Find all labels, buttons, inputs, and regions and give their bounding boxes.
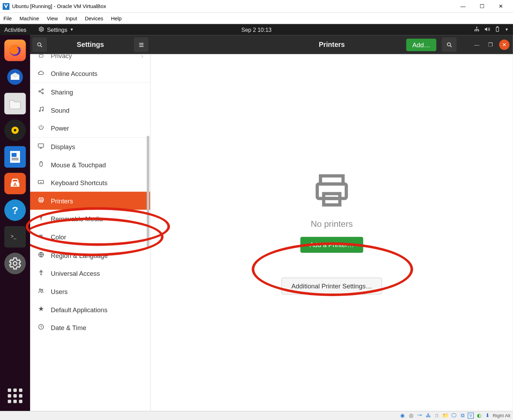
topbar-app-menu[interactable]: Settings ▼ [39,26,74,33]
svg-text:?: ? [12,204,18,216]
hamburger-menu-button[interactable] [134,37,149,52]
vb-menu-help[interactable]: Help [111,15,122,21]
svg-rect-13 [10,151,20,163]
vb-usb-icon[interactable]: ⎍ [433,412,440,419]
vb-display-icon[interactable]: 🖵 [451,412,458,419]
sidebar-item-label: Keyboard Shortcuts [51,179,108,186]
vb-menu-file[interactable]: File [4,15,12,21]
vb-optical-icon[interactable]: ◎ [408,412,415,419]
settings-sidebar[interactable]: Privacy›Online AccountsSharingSoundPower… [30,54,151,411]
add-button[interactable]: Add… [406,38,437,51]
page-title: Printers [319,41,345,49]
topbar-clock[interactable]: Sep 2 10:13 [241,27,272,33]
svg-rect-14 [12,153,16,157]
network-icon[interactable] [474,26,480,33]
vb-menu-devices[interactable]: Devices [85,15,103,21]
vb-audio-icon[interactable]: ⭲ [416,412,423,419]
sidebar-item-color[interactable]: Color [30,228,150,246]
dock-libreoffice-writer-icon[interactable] [4,146,26,168]
vb-minimize-button[interactable]: — [453,0,472,12]
system-menu-chevron-icon[interactable]: ▼ [505,28,509,32]
sidebar-item-online-accounts[interactable]: Online Accounts [30,64,150,83]
sidebar-item-date-time[interactable]: Date & Time [30,318,150,337]
dock-thunderbird-icon[interactable] [4,66,26,88]
vb-close-button[interactable]: ✕ [491,0,510,12]
ubuntu-dock: A ? >_ [0,35,30,411]
vb-virt-icon[interactable]: V [468,413,474,419]
vb-menu-view[interactable]: View [47,15,58,21]
no-printers-label: No printers [311,219,353,229]
vb-network-icon[interactable]: 🖧 [425,412,432,419]
window-minimize-button[interactable]: — [472,40,482,50]
activities-button[interactable]: Activities [4,27,26,33]
sidebar-item-mouse-touchpad[interactable]: Mouse & Touchpad [30,156,150,174]
cloud-icon [37,70,45,77]
sidebar-item-displays[interactable]: Displays [30,137,150,156]
sidebar-item-users[interactable]: Users [30,282,150,301]
sidebar-item-privacy[interactable]: Privacy› [30,54,150,64]
vb-guest-additions-icon[interactable]: ◐ [476,412,483,419]
sidebar-item-keyboard-shortcuts[interactable]: Keyboard Shortcuts [30,174,150,192]
vb-menu-machine[interactable]: Machine [20,15,39,21]
dock-help-icon[interactable]: ? [4,200,26,221]
dock-rhythmbox-icon[interactable] [4,119,26,141]
dock-terminal-icon[interactable]: >_ [4,226,26,247]
users-icon [37,288,45,295]
access-icon [37,270,45,277]
svg-point-12 [14,129,16,132]
dock-settings-icon[interactable] [4,253,26,274]
music-icon [37,106,45,114]
vb-hdd-icon[interactable]: ◉ [399,412,406,419]
volume-icon[interactable] [484,26,490,33]
svg-point-1 [41,28,42,30]
sidebar-item-printers[interactable]: Printers [30,192,150,210]
sidebar-item-power[interactable]: Power [30,119,150,137]
color-icon [37,233,45,241]
power-icon [37,124,45,132]
lock-icon [37,54,45,59]
svg-rect-25 [39,55,43,57]
dock-firefox-icon[interactable] [4,40,26,61]
sidebar-item-removable-media[interactable]: Removable Media [30,210,150,228]
vb-titlebar: Ubuntu [Running] - Oracle VM VirtualBox … [0,0,513,13]
vb-hostkey-icon[interactable]: ⬇ [484,412,491,419]
window-maximize-button[interactable]: ❐ [485,40,495,50]
vb-shared-folder-icon[interactable]: 📁 [442,412,449,419]
svg-rect-5 [478,30,479,31]
display-icon [37,143,45,150]
sidebar-search-button[interactable] [32,37,47,52]
sidebar-item-label: Power [51,125,69,132]
svg-rect-31 [38,144,43,147]
svg-point-23 [37,43,41,46]
share-icon [37,88,45,96]
sidebar-item-label: Removable Media [51,215,103,223]
dock-software-icon[interactable]: A [4,173,26,194]
sidebar-item-region-language[interactable]: Region & Language [30,246,150,264]
show-applications-button[interactable] [8,388,22,403]
sidebar-item-label: Displays [51,143,75,150]
vb-maximize-button[interactable]: ☐ [472,0,491,12]
vb-recording-icon[interactable]: ⧉ [459,412,466,419]
globe-icon [37,251,45,259]
add-a-printer-button[interactable]: Add a Printer… [300,237,363,252]
sidebar-item-universal-access[interactable]: Universal Access [30,264,150,282]
sidebar-item-label: Online Accounts [51,70,97,77]
topbar-app-label: Settings [47,27,67,33]
content-search-button[interactable] [442,37,457,52]
battery-icon[interactable] [494,26,500,33]
svg-rect-4 [476,30,477,31]
svg-rect-16 [12,159,19,160]
usb-icon [37,215,45,223]
dock-files-icon[interactable] [4,93,26,114]
sidebar-item-label: Default Applications [51,306,108,313]
window-close-button[interactable]: ✕ [499,40,509,50]
sidebar-item-sound[interactable]: Sound [30,101,150,119]
clock-icon [37,324,45,331]
printers-panel: No printers Add a Printer… Additional Pr… [151,54,513,411]
sidebar-item-default-applications[interactable]: Default Applications [30,300,150,318]
sidebar-item-sharing[interactable]: Sharing [30,83,150,101]
gnome-topbar: Activities Settings ▼ Sep 2 10:13 [0,24,513,35]
vb-menu-input[interactable]: Input [66,15,77,21]
sidebar-scrollbar[interactable] [147,136,149,247]
additional-printer-settings-button[interactable]: Additional Printer Settings… [281,278,382,294]
